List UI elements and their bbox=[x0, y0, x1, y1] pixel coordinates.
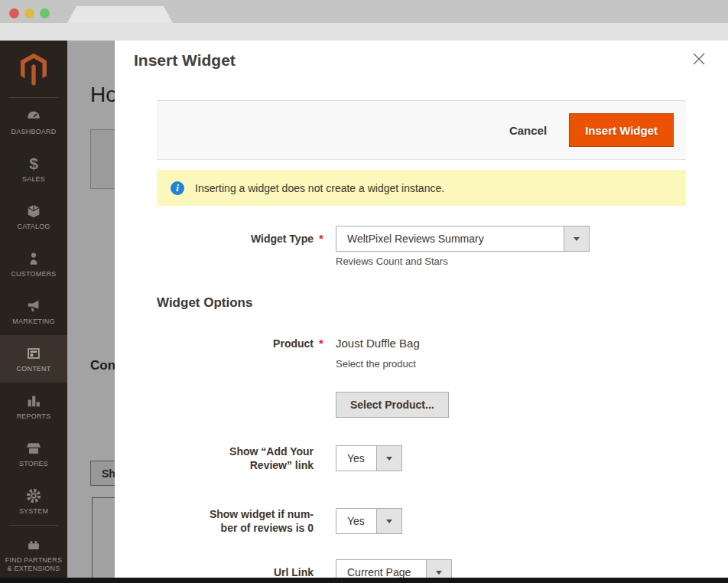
show-add-review-row: Show “Add Your Review” link Yes bbox=[157, 445, 686, 472]
sidebar-item-catalog[interactable]: CATALOG bbox=[0, 193, 67, 240]
sidebar-item-sales[interactable]: $ SALES bbox=[0, 145, 67, 193]
show-if-zero-label: Show widget if num- ber of reviews is 0 bbox=[157, 507, 314, 535]
show-add-review-label: Show “Add Your Review” link bbox=[157, 445, 314, 472]
selected-product-value: Joust Duffle Bag bbox=[336, 336, 686, 351]
marketing-icon bbox=[25, 298, 42, 314]
magento-logo-icon[interactable] bbox=[0, 41, 67, 97]
show-add-review-select[interactable]: Yes bbox=[336, 445, 402, 471]
required-asterisk: * bbox=[314, 336, 336, 351]
sidebar-item-content[interactable]: CONTENT bbox=[0, 335, 67, 383]
screen: Ho Con Sh DASHBOARD $ SALES bbox=[0, 0, 728, 583]
bottom-edge-bar bbox=[0, 578, 728, 583]
find-partners-icon bbox=[25, 536, 42, 553]
widget-options-heading: Widget Options bbox=[157, 295, 686, 311]
browser-titlebar bbox=[0, 0, 728, 23]
content-icon bbox=[25, 345, 42, 362]
stores-icon bbox=[25, 440, 42, 457]
sidebar-item-customers[interactable]: CUSTOMERS bbox=[0, 240, 67, 288]
product-label: Product bbox=[157, 336, 314, 351]
catalog-icon bbox=[25, 203, 42, 220]
admin-sidebar: DASHBOARD $ SALES CATALOG CUSTOMERS bbox=[0, 41, 67, 583]
show-add-review-value: Yes bbox=[336, 446, 376, 471]
product-row: Product * Joust Duffle Bag Select the pr… bbox=[157, 336, 686, 418]
insert-widget-modal: Insert Widget Cancel Insert Widget i Ins… bbox=[115, 41, 728, 583]
sidebar-item-dashboard[interactable]: DASHBOARD bbox=[0, 98, 67, 145]
show-if-zero-select[interactable]: Yes bbox=[336, 508, 402, 534]
window-close-button[interactable] bbox=[9, 8, 19, 18]
widget-type-row: Widget Type * WeltPixel Reviews Summary … bbox=[157, 226, 686, 267]
chevron-down-icon[interactable] bbox=[376, 509, 401, 533]
show-if-zero-row: Show widget if num- ber of reviews is 0 … bbox=[157, 507, 686, 535]
sales-icon: $ bbox=[29, 155, 38, 172]
chevron-down-icon[interactable] bbox=[376, 446, 401, 471]
required-asterisk: * bbox=[314, 226, 336, 252]
sidebar-item-find-partners[interactable]: FIND PARTNERS & EXTENSIONS bbox=[0, 530, 67, 581]
reports-icon bbox=[25, 392, 42, 409]
sidebar-divider bbox=[9, 525, 58, 526]
system-icon bbox=[25, 487, 42, 504]
product-hint: Select the product bbox=[336, 358, 686, 370]
close-icon[interactable] bbox=[690, 50, 708, 68]
insert-widget-button[interactable]: Insert Widget bbox=[569, 113, 674, 147]
sidebar-item-stores[interactable]: STORES bbox=[0, 430, 67, 477]
browser-toolbar bbox=[0, 23, 728, 41]
modal-toolbar: Cancel Insert Widget bbox=[157, 100, 686, 160]
modal-title: Insert Widget bbox=[134, 51, 236, 70]
info-banner-text: Inserting a widget does not create a wid… bbox=[195, 182, 444, 194]
info-banner: i Inserting a widget does not create a w… bbox=[157, 170, 686, 206]
info-icon: i bbox=[171, 181, 184, 195]
select-product-button[interactable]: Select Product... bbox=[336, 392, 449, 418]
widget-type-hint: Reviews Count and Stars bbox=[336, 256, 686, 267]
sidebar-item-reports[interactable]: REPORTS bbox=[0, 383, 67, 430]
widget-type-label: Widget Type bbox=[157, 226, 314, 252]
customers-icon bbox=[25, 250, 42, 267]
dashboard-icon bbox=[25, 108, 42, 125]
show-if-zero-value: Yes bbox=[336, 509, 376, 533]
cancel-button[interactable]: Cancel bbox=[509, 124, 547, 137]
chevron-down-icon[interactable] bbox=[564, 226, 589, 251]
widget-type-select[interactable]: WeltPixel Reviews Summary bbox=[336, 226, 590, 252]
window-zoom-button[interactable] bbox=[40, 8, 50, 18]
window-minimize-button[interactable] bbox=[24, 8, 34, 18]
sidebar-item-marketing[interactable]: MARKETING bbox=[0, 288, 67, 335]
widget-type-value: WeltPixel Reviews Summary bbox=[336, 226, 564, 251]
browser-tab[interactable] bbox=[67, 6, 173, 23]
sidebar-item-system[interactable]: SYSTEM bbox=[0, 477, 67, 525]
